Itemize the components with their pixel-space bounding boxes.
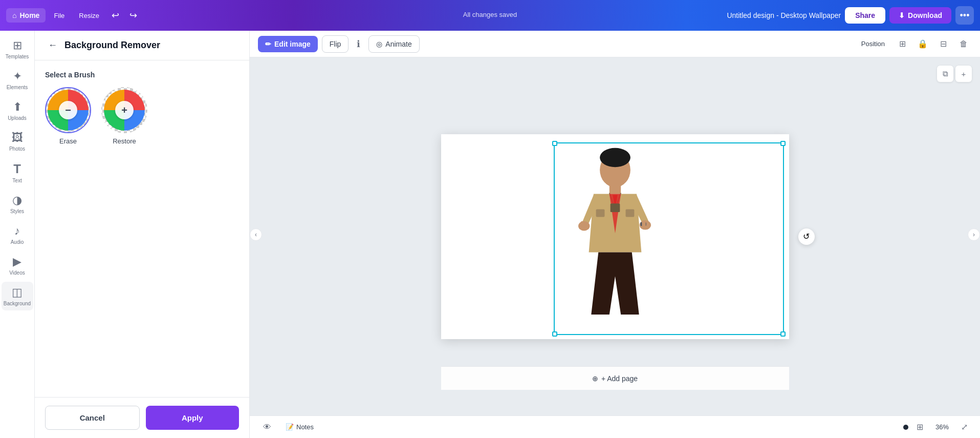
download-button[interactable]: ⬇ Download: [889, 7, 951, 24]
redo-button[interactable]: ↪: [125, 7, 141, 24]
background-label: Background: [4, 301, 31, 306]
download-icon: ⬇: [899, 11, 905, 19]
person-svg: [564, 147, 666, 329]
svg-rect-10: [642, 220, 645, 227]
saved-status: All changes saved: [463, 11, 517, 18]
handle-bottom-left[interactable]: [552, 331, 557, 337]
topbar-right: Untitled design - Desktop Wallpaper Shar…: [727, 6, 974, 25]
erase-label: Erase: [59, 137, 77, 145]
brush-heading: Select a Brush: [45, 71, 239, 79]
svg-rect-6: [625, 209, 634, 217]
styles-icon: ◑: [12, 194, 22, 207]
svg-point-1: [600, 148, 630, 166]
file-button[interactable]: File: [48, 9, 71, 23]
elements-icon: ✦: [13, 70, 22, 83]
panel-header: ← Background Remover: [35, 31, 249, 60]
home-icon: ⌂: [12, 11, 16, 19]
sidebar-item-uploads[interactable]: ⬆ Uploads: [2, 96, 33, 125]
canvas-float-icons: ⧉ +: [937, 66, 972, 82]
notes-button[interactable]: 📝 Notes: [280, 420, 319, 434]
fullscreen-button[interactable]: ⤢: [957, 420, 972, 434]
sidebar-item-styles[interactable]: ◑ Styles: [2, 190, 33, 218]
collapse-panel-left-button[interactable]: ‹: [250, 228, 262, 241]
checkered-button[interactable]: ⊞: [894, 36, 910, 52]
panel-content: Select a Brush − Erase + Restore: [35, 60, 249, 397]
erase-icon-overlay: −: [59, 101, 77, 119]
animate-button[interactable]: ◎ Animate: [368, 35, 419, 53]
zoom-level[interactable]: 36%: [931, 421, 953, 433]
add-page-button[interactable]: ⊕ + Add page: [441, 366, 789, 390]
text-icon: T: [13, 162, 21, 176]
brush-options: − Erase + Restore: [45, 87, 239, 145]
handle-bottom-right[interactable]: [780, 331, 786, 337]
collapse-panel-right-button[interactable]: ›: [968, 228, 980, 241]
topbar-left: ⌂ Home File Resize ↩ ↪: [6, 7, 141, 24]
audio-icon: ♪: [14, 224, 20, 238]
restore-icon-overlay: +: [115, 101, 134, 119]
delete-button[interactable]: 🗑: [955, 36, 972, 52]
svg-rect-9: [580, 221, 584, 228]
videos-icon: ▶: [13, 255, 21, 268]
background-remover-panel: ← Background Remover Select a Brush − Er…: [35, 31, 250, 438]
sidebar: ⊞ Templates ✦ Elements ⬆ Uploads 🖼 Photo…: [0, 31, 35, 438]
restore-brush-option[interactable]: + Restore: [101, 87, 147, 145]
elements-label: Elements: [7, 85, 28, 90]
position-button[interactable]: Position: [856, 37, 890, 51]
toolbar-right: Position ⊞ 🔒 ⊟ 🗑: [856, 36, 972, 52]
apply-button[interactable]: Apply: [146, 406, 239, 430]
notes-label: Notes: [296, 423, 314, 431]
edit-toolbar: ✏ Edit image Flip ℹ ◎ Animate Position ⊞…: [250, 31, 980, 57]
grid-view-button[interactable]: ⊞: [912, 420, 927, 434]
uploads-icon: ⬆: [13, 100, 22, 114]
edit-image-label: Edit image: [274, 40, 311, 48]
home-button[interactable]: ⌂ Home: [6, 8, 46, 23]
add-page-label: + Add page: [601, 374, 638, 383]
erase-brush-option[interactable]: − Erase: [45, 87, 91, 145]
sidebar-item-photos[interactable]: 🖼 Photos: [2, 127, 33, 156]
uploads-label: Uploads: [8, 115, 27, 121]
add-float-button[interactable]: +: [955, 66, 972, 82]
edit-image-icon: ✏: [265, 40, 271, 48]
edit-image-button[interactable]: ✏ Edit image: [258, 36, 318, 52]
download-label: Download: [908, 11, 942, 19]
add-page-icon: ⊕: [592, 374, 598, 383]
info-button[interactable]: ℹ: [353, 34, 364, 54]
layout-button[interactable]: ⊟: [935, 36, 951, 52]
restore-label: Restore: [113, 137, 136, 145]
audio-label: Audio: [11, 239, 24, 245]
sidebar-item-templates[interactable]: ⊞ Templates: [2, 35, 33, 64]
sidebar-item-text[interactable]: T Text: [2, 158, 33, 187]
photos-label: Photos: [9, 146, 25, 152]
flip-button[interactable]: Flip: [322, 35, 349, 53]
sidebar-item-audio[interactable]: ♪ Audio: [2, 220, 33, 249]
collapse-right-wrapper: ›: [968, 228, 980, 241]
person-image: [549, 139, 682, 329]
svg-rect-7: [610, 203, 620, 212]
restore-brush-circle[interactable]: +: [101, 87, 147, 133]
handle-top-right[interactable]: [780, 141, 786, 146]
animate-label: Animate: [385, 40, 411, 48]
resize-button[interactable]: Resize: [73, 9, 105, 23]
photos-icon: 🖼: [12, 131, 23, 144]
canvas-area: ✏ Edit image Flip ℹ ◎ Animate Position ⊞…: [250, 31, 980, 438]
sidebar-item-videos[interactable]: ▶ Videos: [2, 251, 33, 280]
topbar: ⌂ Home File Resize ↩ ↪ All changes saved…: [0, 0, 980, 31]
document-title: Untitled design - Desktop Wallpaper: [727, 11, 841, 19]
main-layout: ⊞ Templates ✦ Elements ⬆ Uploads 🖼 Photo…: [0, 31, 980, 438]
templates-label: Templates: [6, 54, 29, 59]
more-options-button[interactable]: •••: [955, 6, 974, 25]
sidebar-item-background[interactable]: ◫ Background: [2, 282, 33, 310]
rotate-handle[interactable]: ↺: [798, 228, 815, 245]
cancel-button[interactable]: Cancel: [45, 406, 140, 430]
erase-brush-circle[interactable]: −: [45, 87, 91, 133]
duplicate-float-button[interactable]: ⧉: [937, 66, 953, 82]
undo-button[interactable]: ↩: [107, 7, 123, 24]
share-button[interactable]: Share: [845, 7, 885, 24]
collapse-left-wrapper: ‹: [250, 228, 262, 241]
lock-button[interactable]: 🔒: [914, 36, 931, 52]
svg-rect-2: [609, 185, 620, 194]
back-button[interactable]: ←: [45, 39, 60, 52]
notes-icon: 📝: [286, 423, 294, 431]
sidebar-item-elements[interactable]: ✦ Elements: [2, 66, 33, 94]
show-hide-button[interactable]: 👁: [258, 420, 276, 435]
